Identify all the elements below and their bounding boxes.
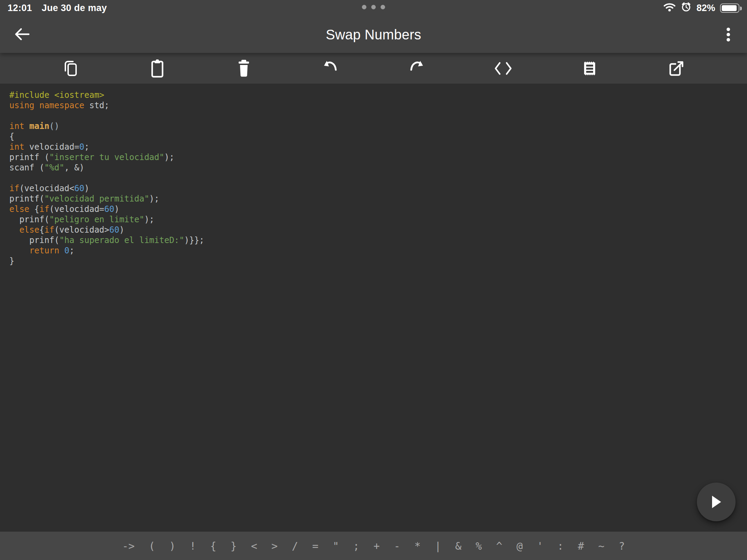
symbol-key[interactable]: -> bbox=[122, 540, 135, 552]
symbol-key[interactable]: ; bbox=[353, 540, 359, 552]
code-line: return 0; bbox=[9, 245, 740, 256]
symbol-key[interactable]: % bbox=[476, 540, 482, 552]
dot bbox=[362, 5, 367, 9]
page-title: Swap Numbers bbox=[0, 27, 747, 42]
top-chrome: 12:01 Jue 30 de may bbox=[0, 0, 747, 53]
nav-header: Swap Numbers bbox=[0, 16, 747, 53]
redo-icon bbox=[408, 60, 426, 77]
symbol-key[interactable]: / bbox=[292, 540, 298, 552]
symbol-key[interactable]: : bbox=[557, 540, 564, 552]
multitasking-dots-icon[interactable] bbox=[362, 5, 385, 9]
code-brackets-icon bbox=[493, 61, 514, 76]
code-line: printf("velocidad permitida"); bbox=[9, 194, 740, 204]
status-date: Jue 30 de may bbox=[42, 3, 107, 13]
alarm-clock-icon bbox=[681, 1, 692, 15]
dot bbox=[727, 33, 730, 36]
paste-button[interactable] bbox=[114, 53, 201, 84]
code-line: else{if(velocidad>60) bbox=[9, 225, 740, 235]
symbol-key[interactable]: # bbox=[578, 540, 584, 552]
play-icon bbox=[709, 494, 723, 510]
trash-icon bbox=[236, 59, 251, 78]
dot bbox=[727, 38, 730, 41]
open-external-button[interactable] bbox=[633, 53, 719, 84]
output-button[interactable] bbox=[546, 53, 633, 84]
symbol-key[interactable]: ! bbox=[190, 540, 196, 552]
symbol-key[interactable]: & bbox=[455, 540, 461, 552]
code-line: } bbox=[9, 256, 740, 266]
symbol-key[interactable]: ^ bbox=[496, 540, 502, 552]
code-line: int velocidad=0; bbox=[9, 142, 740, 152]
symbol-key[interactable]: " bbox=[333, 540, 339, 552]
overflow-menu-button[interactable] bbox=[721, 25, 735, 44]
symbol-bar: ->()!{}<>/=";+-*|&%^@':#~? bbox=[0, 532, 747, 560]
redo-button[interactable] bbox=[374, 53, 460, 84]
status-time: 12:01 bbox=[8, 3, 32, 13]
symbol-key[interactable]: - bbox=[394, 540, 400, 552]
wifi-icon bbox=[663, 2, 676, 14]
undo-icon bbox=[321, 60, 339, 77]
symbol-key[interactable]: < bbox=[251, 540, 257, 552]
code-line bbox=[9, 173, 740, 183]
battery-icon bbox=[720, 3, 739, 13]
symbol-key[interactable]: + bbox=[374, 540, 380, 552]
insert-code-button[interactable] bbox=[460, 53, 546, 84]
symbol-key[interactable]: = bbox=[312, 540, 319, 552]
clipboard-icon bbox=[149, 59, 165, 78]
code-line: using namespace std; bbox=[9, 100, 740, 111]
code-line: prinf("peligro en limite"); bbox=[9, 214, 740, 225]
copy-button[interactable] bbox=[28, 53, 114, 84]
symbol-key[interactable]: ? bbox=[619, 540, 625, 552]
battery-percent: 82% bbox=[697, 3, 715, 13]
symbol-key[interactable]: ) bbox=[169, 540, 175, 552]
receipt-icon bbox=[583, 61, 597, 76]
undo-button[interactable] bbox=[287, 53, 374, 84]
code-editor[interactable]: #include <iostream>using namespace std; … bbox=[0, 84, 747, 532]
dot bbox=[381, 5, 385, 9]
symbol-key[interactable]: ( bbox=[149, 540, 155, 552]
code-line: int main() bbox=[9, 121, 740, 131]
code-line bbox=[9, 111, 740, 121]
code-line: scanf ("%d", &) bbox=[9, 162, 740, 173]
editor-toolbar bbox=[0, 53, 747, 84]
code-line: printf ("inserter tu velocidad"); bbox=[9, 152, 740, 162]
status-bar: 12:01 Jue 30 de may bbox=[0, 0, 747, 16]
code-line: else {if(velocidad=60) bbox=[9, 204, 740, 214]
symbol-key[interactable]: @ bbox=[516, 540, 523, 552]
symbol-key[interactable]: * bbox=[414, 540, 421, 552]
symbol-key[interactable]: ' bbox=[537, 540, 543, 552]
delete-button[interactable] bbox=[201, 53, 287, 84]
code-line: prinf("ha superado el limiteD:")}}; bbox=[9, 235, 740, 245]
symbol-key[interactable]: } bbox=[231, 540, 237, 552]
dot bbox=[371, 5, 376, 9]
code-line: if(velocidad<60) bbox=[9, 183, 740, 194]
symbol-key[interactable]: | bbox=[435, 540, 441, 552]
symbol-key[interactable]: ~ bbox=[598, 540, 605, 552]
open-external-icon bbox=[667, 60, 685, 77]
symbol-key[interactable]: { bbox=[210, 540, 216, 552]
copy-icon bbox=[62, 59, 80, 78]
code-line: { bbox=[9, 131, 740, 142]
symbol-key[interactable]: > bbox=[271, 540, 278, 552]
code-line: #include <iostream> bbox=[9, 90, 740, 100]
run-button[interactable] bbox=[697, 483, 736, 521]
dot bbox=[727, 28, 730, 31]
